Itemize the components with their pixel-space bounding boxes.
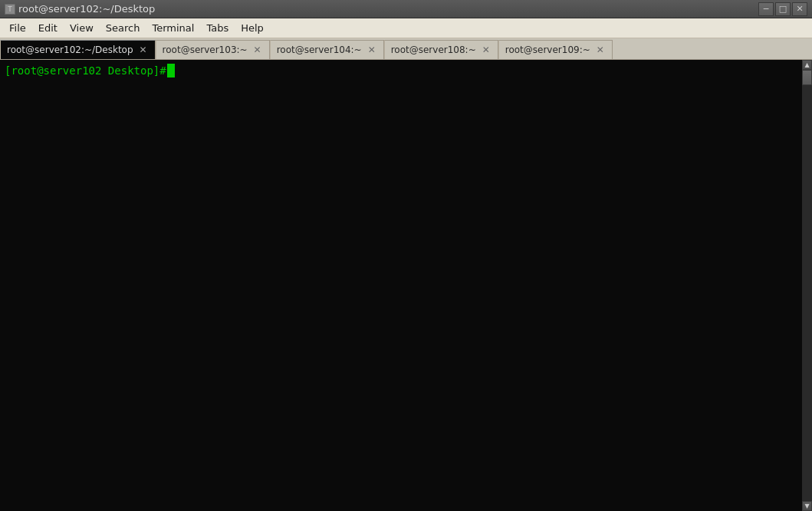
menu-item-help[interactable]: Help xyxy=(235,20,270,36)
tab-label: root@server109:~ xyxy=(505,45,590,55)
minimize-button[interactable]: ─ xyxy=(758,2,774,16)
title-bar-left: T root@server102:~/Desktop xyxy=(5,3,155,15)
tab-tab4[interactable]: root@server108:~✕ xyxy=(384,40,498,59)
menu-item-tabs[interactable]: Tabs xyxy=(200,20,235,36)
tab-close-button[interactable]: ✕ xyxy=(367,45,377,55)
tab-label: root@server103:~ xyxy=(163,45,248,55)
tabs-bar: root@server102:~/Desktop✕root@server103:… xyxy=(0,38,812,60)
title-bar: T root@server102:~/Desktop ─ □ ✕ xyxy=(0,0,812,18)
scrollbar-thumb[interactable] xyxy=(802,70,812,85)
menu-item-edit[interactable]: Edit xyxy=(32,20,64,36)
tab-close-button[interactable]: ✕ xyxy=(138,45,149,55)
window-controls: ─ □ ✕ xyxy=(758,2,807,16)
tab-tab3[interactable]: root@server104:~✕ xyxy=(270,40,384,59)
terminal-prompt: [root@server102 Desktop]# xyxy=(5,63,166,78)
scrollbar-down-arrow[interactable]: ▼ xyxy=(802,501,812,511)
tab-label: root@server108:~ xyxy=(391,45,476,55)
terminal-body[interactable]: [root@server102 Desktop]# xyxy=(0,60,802,511)
tab-tab1[interactable]: root@server102:~/Desktop✕ xyxy=(0,40,156,59)
menu-item-file[interactable]: File xyxy=(3,20,32,36)
scrollbar-track[interactable] xyxy=(802,70,812,501)
scrollbar-up-arrow[interactable]: ▲ xyxy=(802,60,812,70)
terminal-wrapper: [root@server102 Desktop]# ▲ ▼ xyxy=(0,60,812,511)
menu-bar: FileEditViewSearchTerminalTabsHelp xyxy=(0,18,812,38)
tab-close-button[interactable]: ✕ xyxy=(595,45,606,55)
maximize-button[interactable]: □ xyxy=(775,2,791,16)
tab-tab2[interactable]: root@server103:~✕ xyxy=(156,40,270,59)
tab-close-button[interactable]: ✕ xyxy=(252,45,263,55)
tab-close-button[interactable]: ✕ xyxy=(481,45,491,55)
terminal-prompt-line: [root@server102 Desktop]# xyxy=(5,63,797,78)
tab-label: root@server102:~/Desktop xyxy=(7,45,133,55)
close-button[interactable]: ✕ xyxy=(792,2,807,16)
scrollbar: ▲ ▼ xyxy=(802,60,812,511)
menu-item-search[interactable]: Search xyxy=(100,20,146,36)
tab-tab5[interactable]: root@server109:~✕ xyxy=(498,40,613,59)
tab-label: root@server104:~ xyxy=(277,45,362,55)
window-title: root@server102:~/Desktop xyxy=(18,3,155,15)
menu-item-terminal[interactable]: Terminal xyxy=(146,20,200,36)
menu-item-view[interactable]: View xyxy=(64,20,100,36)
app-icon: T xyxy=(5,4,15,15)
terminal-cursor xyxy=(167,64,175,77)
